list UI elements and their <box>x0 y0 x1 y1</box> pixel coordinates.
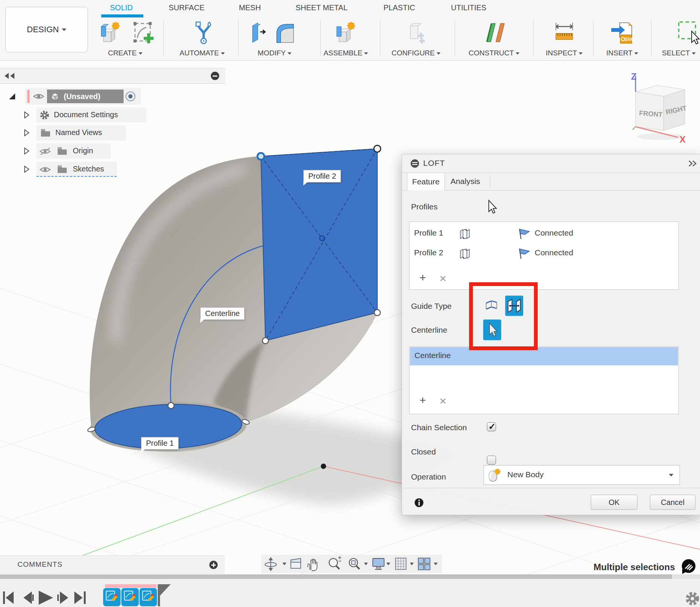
timeline-feature-sketch-3[interactable] <box>140 588 157 606</box>
group-label-construct[interactable]: CONSTRUCT <box>469 49 520 58</box>
browser-item-document-settings[interactable]: Document Settings <box>0 107 159 123</box>
grid-display-icon[interactable] <box>396 558 406 569</box>
group-label-configure[interactable]: CONFIGURE <box>392 49 441 58</box>
configure-icon[interactable] <box>404 20 428 45</box>
expand-triangle-icon[interactable] <box>8 93 16 100</box>
timeline-position-marker[interactable] <box>158 584 171 606</box>
expand-arrow-icon[interactable] <box>24 111 30 119</box>
collapse-panel-icon[interactable] <box>4 72 16 80</box>
chain-selection-checkbox[interactable] <box>487 422 496 431</box>
centerline-end-handle[interactable] <box>168 403 174 409</box>
remove-profile-button[interactable] <box>439 274 447 284</box>
tab-solid[interactable]: SOLID <box>110 2 133 13</box>
remove-centerline-button[interactable] <box>439 396 447 406</box>
visibility-eye-icon[interactable] <box>33 92 45 101</box>
timeline-settings-gear-icon[interactable] <box>687 594 697 604</box>
create-sketch-icon[interactable] <box>131 20 155 45</box>
ok-button[interactable]: OK <box>591 495 637 510</box>
vertex-handle[interactable] <box>374 145 381 152</box>
operation-dropdown[interactable]: New Body <box>483 465 680 485</box>
info-icon[interactable] <box>414 498 424 508</box>
add-comment-icon[interactable] <box>209 561 218 569</box>
browser-item-origin[interactable]: Origin <box>0 143 159 159</box>
select-icon[interactable] <box>677 20 700 46</box>
group-label-select[interactable]: SELECT <box>662 49 696 58</box>
browser-item-named-views[interactable]: Named Views <box>0 125 159 140</box>
vertex-handle[interactable] <box>262 338 268 344</box>
inspect-icon[interactable] <box>552 20 576 45</box>
centerline-center-point[interactable] <box>320 236 325 241</box>
viewcube[interactable]: Z X FRONT RIGHT <box>621 73 700 145</box>
browser-header[interactable] <box>0 68 225 84</box>
browser-root-row[interactable]: (Unsaved) <box>0 88 152 105</box>
expand-arrow-icon[interactable] <box>24 147 30 155</box>
browser-item-sketches[interactable]: Sketches <box>0 162 159 178</box>
viewports-caret-icon[interactable] <box>434 563 438 565</box>
timeline-scrollbar-handle[interactable] <box>0 574 672 579</box>
feedback-badge-icon[interactable] <box>680 558 697 576</box>
root-component-selected[interactable]: (Unsaved) <box>47 90 124 103</box>
zoom-icon[interactable] <box>329 556 341 569</box>
step-back-button[interactable] <box>24 591 34 604</box>
step-forward-button[interactable] <box>57 591 68 604</box>
tab-utilities[interactable]: UTILITIES <box>451 2 486 13</box>
viewports-icon[interactable] <box>418 558 430 570</box>
timeline-feature-sketch-2[interactable] <box>121 588 139 606</box>
origin-point[interactable] <box>321 464 326 469</box>
loft-dialog-header[interactable]: LOFT <box>402 154 700 173</box>
tab-plastic[interactable]: PLASTIC <box>383 2 415 13</box>
dialog-grip-icon[interactable] <box>410 159 419 168</box>
tab-surface[interactable]: SURFACE <box>169 2 204 13</box>
profile-row-2[interactable]: Profile 2 Connected <box>410 246 678 261</box>
add-profile-button[interactable] <box>419 273 426 283</box>
group-label-insert[interactable]: INSERT <box>606 49 638 58</box>
modify-press-pull-icon[interactable] <box>246 20 271 45</box>
tab-sheet-metal[interactable]: SHEET METAL <box>295 2 347 13</box>
window-zoom-icon[interactable] <box>349 558 359 569</box>
play-button[interactable] <box>39 591 53 605</box>
vertex-handle-selected[interactable] <box>257 153 264 160</box>
group-label-inspect[interactable]: INSPECT <box>546 49 582 58</box>
group-label-create[interactable]: CREATE <box>108 49 143 58</box>
visibility-eye-icon[interactable] <box>39 165 52 174</box>
profile-row-1[interactable]: Profile 1 Connected <box>410 226 678 242</box>
add-centerline-button[interactable] <box>419 395 426 405</box>
design-menu-button[interactable]: DESIGN <box>5 7 88 52</box>
reverse-profile-icon[interactable] <box>458 227 472 241</box>
tab-feature[interactable]: Feature <box>407 173 445 190</box>
skip-to-start-button[interactable] <box>3 591 14 604</box>
browser-item-label: Sketches <box>73 165 104 173</box>
group-label-modify[interactable]: MODIFY <box>258 49 292 58</box>
group-label-assemble[interactable]: ASSEMBLE <box>323 49 368 58</box>
timeline-feature-sketch-1[interactable] <box>103 588 121 606</box>
tab-analysis[interactable]: Analysis <box>446 173 484 190</box>
tab-mesh[interactable]: MESH <box>239 2 261 13</box>
visibility-off-eye-icon[interactable] <box>39 147 52 156</box>
activate-radio-icon[interactable] <box>125 91 136 102</box>
expand-arrow-icon[interactable] <box>24 129 30 137</box>
insert-svg-icon[interactable]: SVG <box>609 20 636 46</box>
display-caret-icon[interactable] <box>386 563 390 565</box>
window-zoom-caret-icon[interactable] <box>364 563 368 565</box>
vertex-handle[interactable] <box>374 310 380 316</box>
reverse-profile-icon[interactable] <box>458 247 472 261</box>
expand-arrow-icon[interactable] <box>24 165 30 173</box>
skip-to-end-button[interactable] <box>74 591 86 604</box>
construct-icon[interactable] <box>483 20 507 45</box>
orbit-caret-icon[interactable] <box>283 563 286 565</box>
orbit-icon[interactable] <box>265 558 276 571</box>
display-settings-icon[interactable] <box>373 558 384 569</box>
cancel-button[interactable]: Cancel <box>650 495 695 510</box>
group-label-automate[interactable]: AUTOMATE <box>180 49 225 58</box>
closed-checkbox[interactable] <box>487 456 496 465</box>
modify-fillet-icon[interactable] <box>272 20 297 45</box>
centerline-list-item[interactable]: Centerline <box>410 347 678 365</box>
pan-hand-icon[interactable] <box>308 559 317 571</box>
look-at-icon[interactable] <box>291 558 301 568</box>
automate-icon[interactable] <box>191 20 216 45</box>
expand-dialog-chevrons-icon[interactable] <box>687 160 697 167</box>
browser-minimize-icon[interactable] <box>211 72 219 80</box>
assemble-icon[interactable] <box>334 20 358 45</box>
grid-caret-icon[interactable] <box>410 563 414 565</box>
create-solid-icon[interactable] <box>98 20 122 45</box>
